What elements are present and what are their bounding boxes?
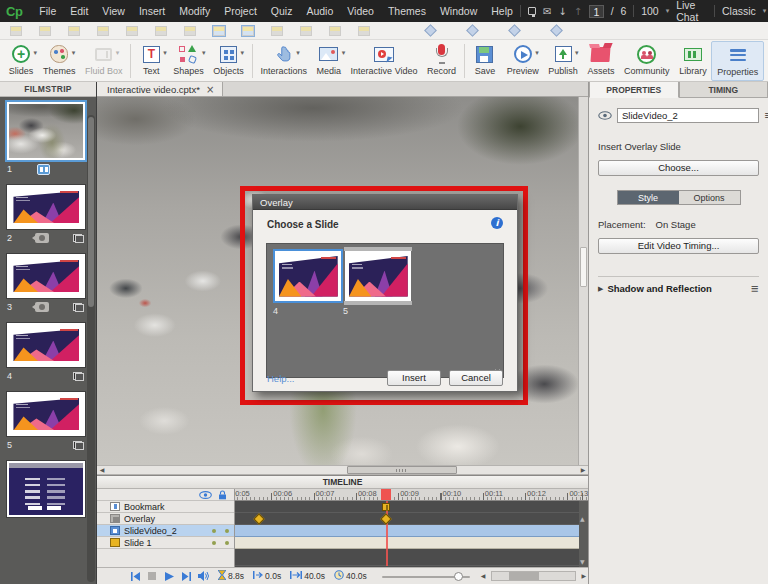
shadow-section-header[interactable]: ▶ Shadow and Reflection ≡ — [598, 283, 759, 294]
timeline-scrollbar[interactable]: ◀▶ — [481, 571, 586, 581]
scroll-left-icon[interactable]: ◀ — [481, 572, 486, 579]
tab-properties[interactable]: PROPERTIES — [589, 82, 679, 98]
capture-icon[interactable] — [528, 7, 536, 15]
playhead-handle[interactable] — [381, 489, 391, 501]
chevron-down-icon[interactable]: ▾ — [163, 49, 167, 57]
timeline-row-slidevideo-2[interactable]: SlideVideo_2 — [97, 525, 234, 537]
toolbar-library[interactable]: Library — [674, 41, 711, 81]
track-slide-1[interactable] — [235, 537, 588, 549]
help-link[interactable]: Help... — [267, 373, 294, 384]
go-to-end-icon[interactable] — [180, 571, 192, 582]
timeline-ruler[interactable]: 00:0500:0600:0700:0800:0900:1000:1100:12… — [235, 489, 588, 501]
quick-tool-icon[interactable] — [213, 26, 225, 36]
next-slide-icon[interactable]: ↑ — [574, 6, 582, 17]
lock-icon[interactable] — [218, 490, 227, 500]
chevron-down-icon[interactable]: ▾ — [575, 49, 579, 57]
menu-video[interactable]: Video — [340, 5, 381, 17]
menu-window[interactable]: Window — [433, 5, 484, 17]
tab-timing[interactable]: TIMING — [679, 82, 768, 98]
tab-options[interactable]: Options — [679, 191, 740, 204]
diamond-marker[interactable] — [380, 513, 391, 524]
filmstrip-slide-3[interactable]: 3 — [7, 254, 86, 314]
quick-tool-icon[interactable] — [97, 26, 109, 36]
toolbar-record[interactable]: Record — [422, 41, 461, 81]
scroll-right-icon[interactable]: ▶ — [581, 572, 586, 579]
menu-project[interactable]: Project — [217, 5, 264, 17]
info-icon[interactable]: i — [491, 217, 503, 229]
zoom-dropdown-icon[interactable]: ▾ — [666, 7, 670, 15]
choose-button[interactable]: Choose... — [598, 160, 759, 176]
toolbar-interactive-video[interactable]: Interactive Video — [346, 41, 422, 81]
slider-thumb[interactable] — [454, 572, 463, 581]
stage-vertical-scrollbar[interactable] — [578, 97, 588, 465]
quick-tool-icon[interactable] — [242, 26, 254, 36]
menu-insert[interactable]: Insert — [132, 5, 172, 17]
close-tab-icon[interactable]: × — [206, 84, 214, 95]
toolbar-objects[interactable]: ▾ Objects — [208, 41, 248, 81]
live-chat-link[interactable]: Live Chat — [676, 0, 707, 23]
section-menu-icon[interactable]: ≡ — [751, 284, 759, 294]
mail-icon[interactable]: ✉ — [543, 6, 551, 17]
scrollbar-thumb[interactable] — [509, 572, 539, 580]
quick-tool-icon[interactable] — [10, 26, 22, 36]
track-slidevideo-2[interactable] — [235, 525, 588, 537]
quick-tool-icon[interactable] — [126, 26, 138, 36]
toolbar-community[interactable]: Community — [619, 41, 674, 81]
layer-tool-icon[interactable] — [466, 24, 479, 37]
workspace-select[interactable]: Classic — [722, 5, 756, 17]
scroll-up-icon[interactable]: ▲ — [580, 515, 585, 522]
quick-tool-icon[interactable] — [39, 26, 51, 36]
chevron-down-icon[interactable]: ▾ — [34, 49, 38, 57]
timeline-row-overlay[interactable]: Overlay — [97, 513, 234, 525]
toolbar-save[interactable]: Save — [468, 41, 502, 81]
toolbar-assets[interactable]: Assets — [583, 41, 620, 81]
timeline-vertical-scrollbar[interactable]: ▲ ▼ — [579, 501, 588, 567]
zoom-value[interactable]: 100 — [641, 5, 659, 17]
chevron-down-icon[interactable]: ▾ — [202, 49, 206, 57]
scrollbar-thumb[interactable] — [347, 466, 457, 474]
quick-tool-icon[interactable] — [358, 26, 370, 36]
menu-file[interactable]: File — [32, 5, 63, 17]
workspace-dropdown-icon[interactable]: ▾ — [763, 7, 767, 15]
slide-number-field[interactable]: 1 — [589, 5, 604, 18]
filmstrip-slide-1[interactable]: 1 — [7, 102, 86, 176]
filmstrip-slide-4[interactable]: 4 — [7, 323, 86, 383]
scroll-right-icon[interactable]: ▶ — [578, 466, 588, 474]
cancel-button[interactable]: Cancel — [449, 370, 503, 386]
timeline-zoom-slider[interactable] — [382, 571, 470, 581]
dialog-slide-5[interactable] — [345, 251, 411, 301]
scroll-down-icon[interactable]: ▼ — [580, 558, 585, 565]
track-overlay[interactable] — [235, 513, 588, 525]
layer-tool-icon[interactable] — [550, 24, 563, 37]
tab-style[interactable]: Style — [618, 191, 679, 204]
slide-chooser-list[interactable]: 4 5 — [266, 243, 504, 378]
toolbar-themes[interactable]: ▾ Themes — [38, 41, 80, 81]
chevron-down-icon[interactable]: ▾ — [296, 49, 300, 57]
quick-tool-icon[interactable] — [184, 26, 196, 36]
menu-view[interactable]: View — [95, 5, 132, 17]
filmstrip-scrollbar[interactable] — [87, 115, 95, 582]
menu-modify[interactable]: Modify — [172, 5, 217, 17]
toolbar-properties[interactable]: Properties — [711, 41, 764, 81]
filmstrip-slide[interactable] — [7, 461, 86, 533]
dialog-title-bar[interactable]: Overlay — [253, 195, 517, 210]
panel-menu-icon[interactable]: ≡ — [764, 111, 768, 121]
toolbar-preview[interactable]: ▾ Preview — [502, 41, 544, 81]
chevron-down-icon[interactable]: ▾ — [116, 49, 120, 57]
timeline-row-slide-1[interactable]: Slide 1 — [97, 537, 234, 549]
menu-themes[interactable]: Themes — [381, 5, 433, 17]
previous-slide-icon[interactable]: ↓ — [558, 6, 566, 17]
filmstrip-slide-5[interactable]: 5 — [7, 392, 86, 452]
chevron-down-icon[interactable]: ▾ — [241, 49, 245, 57]
eye-icon[interactable] — [199, 491, 212, 499]
expand-arrow-icon[interactable]: ▶ — [598, 285, 603, 293]
layer-tool-icon[interactable] — [508, 24, 521, 37]
eye-icon[interactable] — [598, 111, 612, 120]
bookmark-marker[interactable] — [382, 503, 390, 511]
menu-help[interactable]: Help — [484, 5, 520, 17]
quick-tool-icon[interactable] — [68, 26, 80, 36]
toolbar-shapes[interactable]: ▾ Shapes — [168, 41, 208, 81]
quick-tool-icon[interactable] — [271, 26, 283, 36]
quick-tool-icon[interactable] — [155, 26, 167, 36]
toolbar-text[interactable]: T▾ Text — [134, 41, 168, 81]
